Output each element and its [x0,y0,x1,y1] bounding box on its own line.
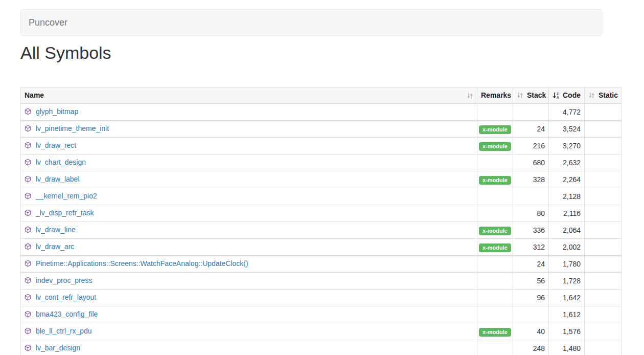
remarks-cell: x-module [477,121,513,138]
column-label-static: Static [599,91,618,99]
table-row: lv_draw_label x-module 328 2,264 [21,171,622,188]
symbol-link[interactable]: _lv_disp_refr_task [36,209,94,217]
stack-cell: 96 [513,290,549,306]
symbol-link[interactable]: ble_ll_ctrl_rx_pdu [36,327,92,335]
code-cell: 4,772 [549,103,585,121]
code-cell: 3,270 [549,138,585,154]
symbol-cube-icon [25,344,31,354]
static-cell [585,256,622,273]
symbol-link[interactable]: lv_draw_rect [36,141,76,149]
stack-cell: 24 [513,121,549,138]
column-header-name[interactable]: Name [21,87,477,104]
symbol-cube-icon [25,276,31,286]
stack-cell [513,103,549,121]
table-header-row: Name Remarks Stack Z [21,87,622,104]
symbol-link[interactable]: __kernel_rem_pio2 [36,192,97,200]
static-cell [585,290,622,306]
x-module-badge: x-module [479,176,511,185]
static-cell [585,205,622,222]
symbol-link[interactable]: lv_pinetime_theme_init [36,124,109,132]
code-cell: 1,642 [549,290,585,306]
static-cell [585,340,622,355]
symbol-link[interactable]: indev_proc_press [36,276,93,284]
svg-text:A: A [557,96,559,99]
remarks-cell [477,340,513,355]
symbol-cube-icon [25,310,31,320]
static-cell [585,121,622,138]
remarks-cell: x-module [477,239,513,256]
x-module-badge: x-module [479,142,511,151]
table-row: bma423_config_file 1,612 [21,306,622,323]
remarks-cell: x-module [477,323,513,340]
symbol-cube-icon [25,141,31,151]
symbol-link[interactable]: lv_draw_line [36,226,76,234]
stack-cell: 248 [513,340,549,355]
symbol-cube-icon [25,124,31,135]
symbol-cube-icon [25,242,31,253]
column-label-remarks: Remarks [481,91,511,99]
sort-alpha-desc-icon: Z A [553,91,559,98]
code-cell: 1,612 [549,306,585,323]
table-row: Pinetime::Applications::Screens::WatchFa… [21,256,622,273]
stack-cell: 216 [513,138,549,154]
remarks-cell [477,103,513,121]
symbol-link[interactable]: glyph_bitmap [36,107,78,116]
symbol-link[interactable]: lv_draw_label [36,175,80,183]
code-cell: 2,116 [549,205,585,222]
static-cell [585,273,622,290]
symbol-cube-icon [25,209,31,219]
static-cell [585,222,622,239]
x-module-badge: x-module [479,125,511,134]
stack-cell: 680 [513,154,549,171]
code-cell: 2,632 [549,154,585,171]
symbol-cube-icon [25,175,31,185]
symbols-table: Name Remarks Stack Z [20,87,622,355]
table-row: glyph_bitmap 4,772 [21,103,622,121]
symbol-link[interactable]: Pinetime::Applications::Screens::WatchFa… [36,259,248,268]
remarks-cell [477,306,513,323]
static-cell [585,323,622,340]
sort-both-icon [517,91,523,98]
static-cell [585,171,622,188]
table-row: lv_pinetime_theme_init x-module 24 3,524 [21,121,622,138]
table-row: _lv_disp_refr_task 80 2,116 [21,205,622,222]
sort-both-icon [588,91,595,98]
stack-cell: 56 [513,273,549,290]
navbar-brand[interactable]: Puncover [29,17,67,28]
table-row: lv_cont_refr_layout 96 1,642 [21,290,622,306]
code-cell: 1,728 [549,273,585,290]
static-cell [585,154,622,171]
symbol-cube-icon [25,259,31,270]
static-cell [585,138,622,154]
table-row: ble_ll_ctrl_rx_pdu x-module 40 1,576 [21,323,622,340]
symbol-link[interactable]: bma423_config_file [36,310,98,318]
remarks-cell [477,256,513,273]
symbol-link[interactable]: lv_chart_design [36,158,86,166]
table-row: lv_draw_line x-module 336 2,064 [21,222,622,239]
symbol-link[interactable]: lv_cont_refr_layout [36,293,96,301]
code-cell: 2,064 [549,222,585,239]
symbol-link[interactable]: lv_bar_design [36,344,80,352]
table-row: lv_draw_arc x-module 312 2,002 [21,239,622,256]
static-cell [585,188,622,205]
table-row: __kernel_rem_pio2 2,128 [21,188,622,205]
symbol-cube-icon [25,226,31,236]
column-header-remarks[interactable]: Remarks [477,87,513,104]
column-header-static[interactable]: Static [585,87,622,104]
static-cell [585,306,622,323]
x-module-badge: x-module [479,243,511,252]
stack-cell: 40 [513,323,549,340]
code-cell: 1,780 [549,256,585,273]
symbol-cube-icon [25,192,31,202]
symbol-link[interactable]: lv_draw_arc [36,242,74,251]
column-header-code[interactable]: Z A Code [549,87,585,104]
symbol-cube-icon [25,158,31,168]
stack-cell: 312 [513,239,549,256]
page-title: All Symbols [20,43,111,62]
code-cell: 2,264 [549,171,585,188]
static-cell [585,103,622,121]
remarks-cell: x-module [477,222,513,239]
column-header-stack[interactable]: Stack [513,87,549,104]
code-cell: 2,128 [549,188,585,205]
remarks-cell [477,205,513,222]
